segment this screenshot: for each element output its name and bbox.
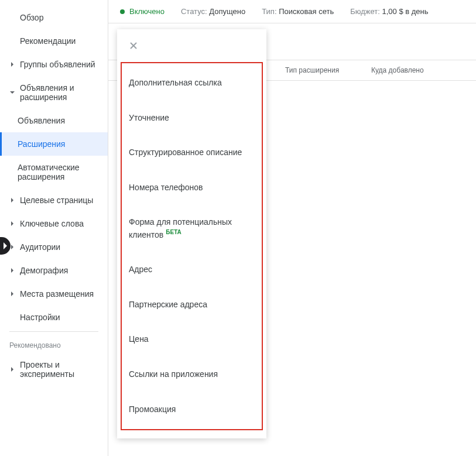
sidebar-item-keywords[interactable]: Ключевые слова [0, 212, 108, 235]
status-dot-icon [120, 9, 125, 14]
sidebar-item-placements[interactable]: Места размещения [0, 282, 108, 306]
sidebar-item-adgroups[interactable]: Группы объявлений [0, 53, 108, 76]
option-structured-snippet[interactable]: Структурированное описание [122, 135, 262, 170]
chevron-right-icon [9, 198, 15, 203]
option-price[interactable]: Цена [122, 322, 262, 357]
sidebar-item-label: Настройки [20, 313, 60, 322]
sidebar-item-label: Проекты и эксперименты [20, 360, 105, 379]
status-kv: Статус: Допущено [181, 7, 245, 16]
sidebar-subitem-label: Объявления [18, 116, 65, 125]
option-lead-form[interactable]: Форма для потенциальных клиентовБЕТА [122, 205, 262, 252]
table-header-where[interactable]: Куда добавлено [364, 66, 476, 74]
chevron-right-icon [9, 292, 15, 296]
close-icon [129, 41, 138, 50]
sidebar-item-label: Обзор [20, 13, 43, 22]
option-label: Адрес [129, 265, 152, 274]
option-label: Форма для потенциальных клиентов [129, 217, 232, 239]
type-label: Тип: [262, 7, 276, 16]
sidebar-item-landing-pages[interactable]: Целевые страницы [0, 188, 108, 212]
sidebar-item-audiences[interactable]: Аудитории [0, 235, 108, 259]
campaign-top-bar: Включено Статус: Допущено Тип: Поисковая… [108, 0, 476, 23]
sidebar-item-label: Группы объявлений [20, 60, 95, 69]
sidebar-subitem-auto-extensions[interactable]: Автоматические расширения [0, 156, 108, 188]
sidebar-item-experiments[interactable]: Проекты и эксперименты [0, 353, 108, 386]
table-header-type[interactable]: Тип расширения [278, 66, 364, 74]
sidebar-item-label: Аудитории [20, 242, 60, 252]
option-label: Цена [129, 334, 149, 344]
sidebar-item-overview[interactable]: Обзор [0, 6, 108, 29]
type-kv: Тип: Поисковая сеть [262, 7, 334, 16]
sidebar-item-label: Демография [20, 266, 68, 275]
option-location[interactable]: Адрес [122, 252, 262, 287]
sidebar-subitem-label: Автоматические расширения [18, 163, 80, 181]
sidebar-item-recommendations[interactable]: Рекомендации [0, 29, 108, 53]
sidebar-subitem-label: Расширения [18, 139, 65, 149]
close-button[interactable] [126, 39, 141, 53]
chevron-right-icon [9, 221, 15, 226]
extension-type-dropdown: Дополнительная ссылка Уточнение Структур… [117, 29, 266, 438]
option-label: Промоакция [129, 404, 176, 414]
status-label: Статус: [181, 7, 207, 16]
option-affiliate-location[interactable]: Партнерские адреса [122, 287, 262, 323]
option-label: Номера телефонов [129, 183, 203, 192]
sidebar-subitem-extensions[interactable]: Расширения [0, 132, 108, 156]
beta-badge: БЕТА [166, 229, 182, 235]
chevron-right-icon [9, 268, 15, 273]
status-enabled-text: Включено [129, 7, 165, 16]
option-label: Дополнительная ссылка [129, 78, 222, 87]
option-label: Структурированное описание [129, 148, 242, 157]
option-label: Ссылки на приложения [129, 369, 218, 379]
option-sitelink[interactable]: Дополнительная ссылка [122, 66, 262, 101]
chevron-right-icon [9, 62, 15, 67]
sidebar-item-demography[interactable]: Демография [0, 259, 108, 282]
dropdown-header [117, 29, 266, 62]
status-enabled-badge[interactable]: Включено [120, 7, 165, 16]
budget-value: 1,00 $ в день [382, 7, 429, 16]
budget-label: Бюджет: [350, 7, 380, 16]
chevron-right-icon [9, 367, 15, 372]
budget-kv[interactable]: Бюджет: 1,00 $ в день [350, 7, 428, 16]
option-label: Партнерские адреса [129, 300, 207, 309]
sidebar-item-ads-extensions[interactable]: Объявления и расширения [0, 76, 108, 109]
type-value: Поисковая сеть [279, 7, 334, 16]
sidebar-section-label: Рекомендовано [0, 334, 108, 353]
option-label: Уточнение [129, 113, 169, 122]
sidebar-subitem-ads[interactable]: Объявления [0, 109, 108, 132]
sidebar-item-label: Места размещения [20, 289, 94, 299]
option-phone[interactable]: Номера телефонов [122, 170, 262, 205]
sidebar-item-label: Рекомендации [20, 36, 76, 46]
sidebar: Обзор Рекомендации Группы объявлений Объ… [0, 0, 108, 456]
status-value: Допущено [209, 7, 245, 16]
sidebar-item-label: Ключевые слова [20, 219, 84, 228]
chevron-down-icon [9, 90, 15, 95]
sidebar-item-settings[interactable]: Настройки [0, 306, 108, 329]
option-promotion[interactable]: Промоакция [122, 392, 262, 427]
sidebar-item-label: Объявления и расширения [20, 83, 105, 102]
sidebar-divider [9, 331, 98, 332]
sidebar-item-label: Целевые страницы [20, 196, 93, 205]
option-callout[interactable]: Уточнение [122, 101, 262, 136]
dropdown-options-list: Дополнительная ссылка Уточнение Структур… [121, 62, 263, 430]
option-app[interactable]: Ссылки на приложения [122, 357, 262, 392]
